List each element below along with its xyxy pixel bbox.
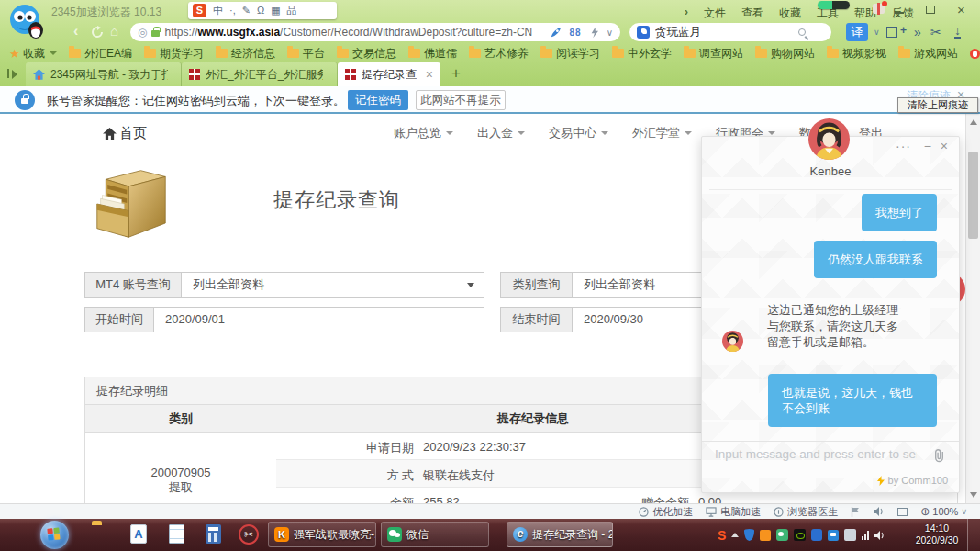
remember-password-button[interactable]: 记住密码	[348, 90, 408, 110]
mt4-account-select[interactable]: 列出全部资料	[182, 272, 484, 298]
search-input[interactable]	[655, 26, 793, 39]
bookmark-folder[interactable]: 购物网站	[755, 46, 815, 62]
bookmark-folder[interactable]: 平台	[287, 46, 325, 62]
nav-deposit-withdraw[interactable]: 出入金	[477, 125, 525, 141]
new-tab-button[interactable]: +	[451, 64, 461, 83]
bookmark-folder[interactable]: 外汇EA编	[69, 46, 132, 62]
favorites-button[interactable]: ★ 收藏	[9, 46, 57, 62]
chat-close-icon[interactable]: ×	[941, 139, 948, 153]
tray-app-icon[interactable]	[760, 530, 771, 541]
bookmark-folder[interactable]: 调查网站	[684, 46, 743, 62]
home-button[interactable]: ⌂	[110, 23, 118, 39]
nav-home-link[interactable]: 首页	[103, 125, 147, 142]
ime-punctuation-icon[interactable]: ·,	[229, 4, 236, 17]
translate-button[interactable]: 译	[846, 23, 868, 41]
tray-ime-icon[interactable]	[844, 529, 856, 541]
taskbar-clock[interactable]: 14:10 2020/9/30	[911, 523, 963, 546]
tray-expand-icon[interactable]	[731, 533, 739, 537]
snipping-tool-icon[interactable]: ✂	[239, 524, 259, 545]
tray-messenger-icon[interactable]	[828, 530, 839, 541]
tab-record-query-active[interactable]: 提存纪录查询 ×	[338, 62, 440, 86]
tab-usg-site[interactable]: 外汇_外汇平台_外汇服务-USG	[182, 62, 338, 86]
bookmark-folder[interactable]: 佛道儒	[408, 46, 457, 62]
start-date-input[interactable]: 2020/09/01	[154, 307, 484, 332]
theme-skin-pill[interactable]	[818, 1, 850, 9]
window-minimize-button[interactable]	[895, 5, 904, 14]
start-button[interactable]	[40, 521, 69, 549]
menu-favorites[interactable]: 收藏	[779, 6, 801, 21]
bookmark-folder[interactable]: 艺术修养	[469, 46, 529, 62]
menu-view[interactable]: 查看	[741, 6, 763, 21]
taskbar-window-wechat[interactable]: 微信	[381, 522, 489, 547]
page-scrollbar[interactable]	[965, 114, 980, 503]
nav-trade-center[interactable]: 交易中心	[549, 125, 608, 141]
sogou-input-bar[interactable]: S 中 ·, ✎ Ω ▦ 品	[188, 2, 337, 19]
clip-scissors-icon[interactable]: ✂	[930, 25, 941, 39]
scroll-down-icon[interactable]	[970, 492, 977, 498]
ime-pen-icon[interactable]: ✎	[242, 4, 251, 17]
calculator-icon[interactable]	[206, 524, 221, 544]
tab-2345-nav[interactable]: 2345网址导航 - 致力于打造	[26, 62, 182, 86]
bookmark-folder[interactable]: 经济信息	[216, 46, 275, 62]
taskbar-window-music[interactable]: K 强军战歌最嘹亮-...	[268, 522, 376, 547]
address-bar[interactable]: ◎ https://www.usgfx.asia/Customer/Record…	[130, 23, 620, 41]
ime-skin-icon[interactable]: 品	[287, 4, 297, 17]
notepad-icon[interactable]	[169, 524, 184, 544]
screenshot-plus-icon[interactable]: +	[900, 24, 907, 37]
tray-wechat-icon[interactable]	[776, 529, 788, 541]
speaker-icon[interactable]	[874, 507, 885, 516]
bookmark-folder[interactable]: 阅读学习	[540, 46, 600, 62]
tray-shield-icon[interactable]	[744, 529, 754, 541]
word-app-icon[interactable]: A	[130, 524, 147, 544]
tray-sogou-icon[interactable]: S	[718, 528, 726, 543]
bookmark-folder[interactable]: 视频影视	[827, 46, 886, 62]
zoom-control[interactable]: ⊕ 100% ∨	[920, 505, 967, 518]
window-close-button[interactable]: ×	[957, 5, 965, 16]
gift-promo-icon[interactable]	[873, 4, 885, 14]
show-desktop-button[interactable]	[967, 519, 980, 551]
bookmark-folder[interactable]: 期货学习	[144, 46, 204, 62]
taskbar-window-browser[interactable]: e 提存纪录查询 - 2...	[507, 522, 613, 547]
translate-dropdown-icon[interactable]: ∨	[874, 28, 880, 37]
tab-collapse-icon[interactable]	[7, 68, 18, 79]
window-mode-icon[interactable]	[897, 508, 908, 516]
chat-minimize-icon[interactable]: −	[924, 139, 931, 153]
site-badge-icon[interactable]: ◎	[138, 26, 147, 39]
search-engine-icon[interactable]	[637, 26, 650, 39]
optimize-speed-button[interactable]: 优化加速	[639, 505, 693, 519]
pc-speedup-button[interactable]: 电脑加速	[706, 505, 761, 519]
screenshot-icon[interactable]	[886, 27, 897, 38]
chat-message-input[interactable]	[715, 447, 917, 461]
addressbar-dropdown-icon[interactable]: ∨	[607, 28, 613, 38]
bookmark-folder[interactable]: 中外玄学	[612, 46, 672, 62]
menu-file[interactable]: 文件	[704, 6, 726, 21]
ime-keyboard-icon[interactable]: ▦	[271, 4, 280, 17]
scroll-up-icon[interactable]	[970, 119, 977, 125]
browser-search-box[interactable]	[629, 23, 831, 41]
tray-network-icon[interactable]	[862, 531, 869, 540]
ime-chinese-icon[interactable]: 中	[213, 4, 223, 17]
bookmark-qq-mail[interactable]: QQ邮箱	[970, 46, 980, 62]
bookmark-folder[interactable]: 游戏网站	[898, 46, 958, 62]
rocket-speed-icon[interactable]	[550, 27, 562, 39]
refresh-button[interactable]	[91, 26, 104, 39]
ime-symbol-icon[interactable]: Ω	[257, 4, 264, 17]
nav-fx-school[interactable]: 外汇学堂	[632, 125, 692, 141]
window-restore-button[interactable]	[926, 6, 935, 14]
download-icon[interactable]: ↓	[954, 25, 961, 39]
chat-menu-icon[interactable]: ···	[896, 139, 911, 153]
browser-logo-icon[interactable]	[7, 2, 46, 40]
toolbar-more-icon[interactable]: »	[914, 25, 921, 39]
menu-expand-icon[interactable]: ›	[685, 6, 688, 21]
back-button[interactable]: ‹	[73, 23, 78, 39]
url-text[interactable]: https://www.usgfx.asia/Customer/Record/W…	[164, 26, 532, 39]
sogou-logo-icon[interactable]: S	[193, 4, 206, 17]
scrollbar-thumb[interactable]	[968, 152, 978, 239]
tab-close-icon[interactable]: ×	[426, 67, 433, 82]
attachment-paperclip-icon[interactable]	[933, 448, 945, 463]
lightning-icon[interactable]	[590, 27, 598, 39]
flag-icon[interactable]	[851, 507, 861, 517]
tray-volume-icon[interactable]	[874, 531, 885, 540]
tray-nvidia-icon[interactable]	[794, 529, 806, 541]
dismiss-site-button[interactable]: 此网站不再提示	[416, 90, 506, 110]
